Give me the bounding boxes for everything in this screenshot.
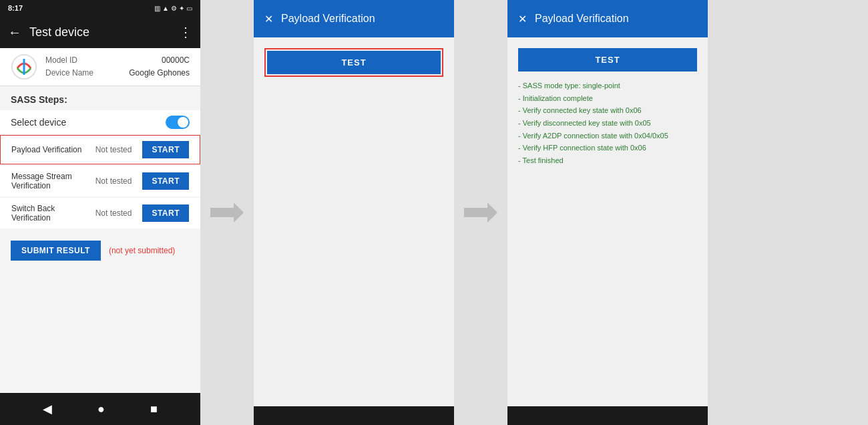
test-btn-wrapper-1: TEST [264, 48, 443, 77]
signal-icon: ▥ [154, 5, 160, 12]
step-name-message: Message Stream Verification [11, 172, 90, 190]
dialog-panel-1: ✕ Payload Verification TEST [254, 0, 454, 425]
device-info: Model ID 00000C Device Name Google Gphon… [0, 48, 200, 86]
step-row-message: Message Stream Verification Not tested S… [0, 166, 200, 196]
result-line: - Verify HFP connection state with 0x06 [518, 142, 697, 154]
nav-back-button[interactable]: ◀ [43, 402, 52, 416]
device-name-label: Device Name [45, 67, 93, 80]
start-button-switch[interactable]: START [142, 204, 189, 222]
device-name-value: Google Gphones [129, 67, 190, 80]
result-line: - Verify connected key state with 0x06 [518, 104, 697, 117]
dialog-title-2: Payload Verification [535, 13, 629, 25]
select-device-row: Select device [0, 110, 200, 135]
model-id-row: Model ID 00000C [45, 54, 190, 67]
dialog-footer-2 [507, 406, 708, 425]
result-line: - Verify disconnected key state with 0x0… [518, 117, 697, 130]
result-text: - SASS mode type: single-point- Initiali… [518, 80, 697, 167]
result-line: - Test finished [518, 154, 697, 167]
step-status-message: Not tested [95, 176, 132, 186]
svg-marker-2 [210, 202, 244, 223]
nav-home-button[interactable]: ● [97, 402, 105, 416]
result-line: - Initialization complete [518, 92, 697, 105]
menu-button[interactable]: ⋮ [179, 24, 192, 40]
wifi-icon: ▲ [162, 5, 169, 12]
status-bar: 8:17 ▥ ▲ ⚙ ✦ ▭ [0, 0, 200, 16]
dialog-header-1: ✕ Payload Verification [254, 0, 454, 37]
result-line: - SASS mode type: single-point [518, 80, 697, 92]
device-details: Model ID 00000C Device Name Google Gphon… [45, 54, 190, 80]
arrow-separator-2 [454, 0, 507, 425]
right-arrow-1 [210, 202, 244, 223]
status-icons: ▥ ▲ ⚙ ✦ ▭ [154, 5, 192, 12]
sass-steps-header: SASS Steps: [0, 86, 200, 110]
dialog-close-button-2[interactable]: ✕ [518, 13, 527, 25]
bluetooth-icon: ✦ [179, 5, 184, 12]
step-status-payload: Not tested [95, 145, 132, 154]
status-time: 8:17 [8, 4, 23, 12]
device-name-row: Device Name Google Gphones [45, 67, 190, 80]
model-id-label: Model ID [45, 54, 77, 67]
select-device-label: Select device [11, 117, 166, 128]
dialog-body-1: TEST [254, 37, 454, 406]
battery-icon: ▭ [186, 5, 192, 12]
step-name-payload: Payload Verification [11, 145, 90, 154]
submit-row: SUBMIT RESULT (not yet submitted) [0, 230, 200, 271]
result-line: - Verify A2DP connection state with 0x04… [518, 130, 697, 142]
dialog-footer-1 [254, 406, 454, 425]
nav-recent-button[interactable]: ■ [150, 402, 158, 416]
step-status-switch: Not tested [95, 208, 132, 218]
device-logo [11, 53, 37, 80]
test-button-2[interactable]: TEST [518, 48, 697, 72]
dialog-body-2: TEST - SASS mode type: single-point- Ini… [507, 37, 708, 406]
step-row-switch: Switch Back Verification Not tested STAR… [0, 198, 200, 229]
right-arrow-2 [464, 202, 497, 223]
start-button-payload[interactable]: START [142, 141, 189, 158]
arrow-separator-1 [200, 0, 254, 425]
step-row-payload: Payload Verification Not tested START [0, 135, 200, 164]
phone-frame: 8:17 ▥ ▲ ⚙ ✦ ▭ ← Test device ⋮ Mo [0, 0, 200, 425]
step-name-switch: Switch Back Verification [11, 204, 90, 223]
dialog-title-1: Payload Verification [281, 13, 375, 25]
back-button[interactable]: ← [8, 25, 21, 40]
submit-status-text: (not yet submitted) [109, 246, 175, 255]
dialog-panel-2: ✕ Payload Verification TEST - SASS mode … [507, 0, 708, 425]
svg-marker-3 [464, 202, 497, 223]
page-title: Test device [29, 25, 171, 39]
submit-result-button[interactable]: SUBMIT RESULT [11, 241, 101, 261]
settings-icon: ⚙ [171, 5, 177, 12]
start-button-message[interactable]: START [142, 172, 189, 190]
test-button-1[interactable]: TEST [267, 51, 441, 74]
model-id-value: 00000C [162, 54, 190, 67]
dialog-close-button-1[interactable]: ✕ [264, 13, 273, 25]
nav-bar: ◀ ● ■ [0, 393, 200, 425]
phone-toolbar: ← Test device ⋮ [0, 16, 200, 48]
phone-content: ← Test device ⋮ Model ID 00000C Device N… [0, 16, 200, 393]
select-device-toggle[interactable] [166, 116, 190, 129]
dialog-header-2: ✕ Payload Verification [507, 0, 708, 37]
